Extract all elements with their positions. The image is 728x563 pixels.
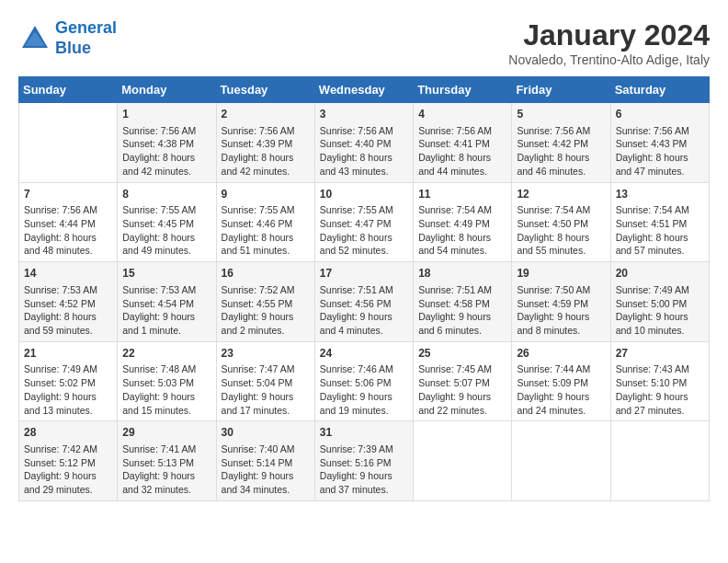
day-number: 9	[222, 187, 310, 202]
calendar-cell: 6Sunrise: 7:56 AMSunset: 4:43 PMDaylight…	[610, 103, 709, 183]
day-number: 13	[616, 187, 704, 202]
day-number: 11	[418, 187, 506, 202]
header-wednesday: Wednesday	[314, 77, 413, 103]
calendar-cell: 23Sunrise: 7:47 AMSunset: 5:04 PMDayligh…	[216, 341, 314, 421]
sunset: Sunset: 5:10 PM	[616, 377, 688, 388]
sunset: Sunset: 4:47 PM	[320, 218, 392, 229]
logo-blue: Blue	[55, 39, 91, 57]
sunrise: Sunrise: 7:50 AM	[517, 284, 590, 295]
sunrise: Sunrise: 7:41 AM	[122, 443, 196, 454]
calendar-cell	[414, 421, 512, 501]
sunrise: Sunrise: 7:44 AM	[517, 363, 590, 374]
sunrise: Sunrise: 7:47 AM	[222, 363, 295, 374]
sunrise: Sunrise: 7:55 AM	[320, 204, 393, 215]
calendar-week-row: 28Sunrise: 7:42 AMSunset: 5:12 PMDayligh…	[19, 421, 710, 501]
daylight: Daylight: 9 hours and 15 minutes.	[122, 391, 195, 416]
day-number: 28	[24, 425, 112, 441]
sunset: Sunset: 5:03 PM	[122, 377, 194, 388]
sunrise: Sunrise: 7:40 AM	[222, 443, 295, 454]
day-number: 18	[418, 266, 506, 282]
sunrise: Sunrise: 7:42 AM	[24, 443, 97, 454]
daylight: Daylight: 8 hours and 54 minutes.	[418, 232, 491, 257]
sunset: Sunset: 4:41 PM	[418, 138, 490, 149]
day-number: 14	[24, 266, 112, 282]
header-saturday: Saturday	[610, 77, 709, 103]
sunrise: Sunrise: 7:39 AM	[320, 443, 393, 454]
daylight: Daylight: 9 hours and 17 minutes.	[222, 391, 294, 416]
daylight: Daylight: 9 hours and 29 minutes.	[24, 470, 97, 495]
day-number: 15	[122, 266, 210, 282]
calendar-header: Sunday Monday Tuesday Wednesday Thursday…	[19, 77, 710, 103]
daylight: Daylight: 9 hours and 1 minute.	[122, 311, 195, 336]
day-number: 29	[122, 425, 210, 441]
calendar-week-row: 21Sunrise: 7:49 AMSunset: 5:02 PMDayligh…	[19, 341, 710, 421]
sunset: Sunset: 4:45 PM	[122, 218, 194, 229]
calendar-cell: 2Sunrise: 7:56 AMSunset: 4:39 PMDaylight…	[216, 103, 314, 183]
calendar-cell: 30Sunrise: 7:40 AMSunset: 5:14 PMDayligh…	[216, 421, 314, 501]
daylight: Daylight: 9 hours and 34 minutes.	[222, 470, 294, 495]
sunset: Sunset: 5:14 PM	[222, 457, 293, 468]
day-number: 10	[320, 187, 408, 202]
daylight: Daylight: 9 hours and 6 minutes.	[418, 311, 491, 336]
calendar-cell: 21Sunrise: 7:49 AMSunset: 5:02 PMDayligh…	[19, 341, 118, 421]
daylight: Daylight: 8 hours and 43 minutes.	[320, 152, 392, 177]
sunset: Sunset: 5:04 PM	[222, 377, 293, 388]
day-number: 8	[122, 187, 210, 202]
calendar-cell: 4Sunrise: 7:56 AMSunset: 4:41 PMDaylight…	[414, 103, 512, 183]
calendar-cell: 31Sunrise: 7:39 AMSunset: 5:16 PMDayligh…	[314, 421, 413, 501]
day-number: 21	[24, 346, 112, 362]
daylight: Daylight: 8 hours and 42 minutes.	[122, 152, 195, 177]
calendar-cell: 24Sunrise: 7:46 AMSunset: 5:06 PMDayligh…	[314, 341, 413, 421]
calendar-week-row: 7Sunrise: 7:56 AMSunset: 4:44 PMDaylight…	[19, 182, 710, 262]
calendar-cell: 11Sunrise: 7:54 AMSunset: 4:49 PMDayligh…	[414, 182, 512, 262]
daylight: Daylight: 8 hours and 55 minutes.	[517, 232, 589, 257]
sunrise: Sunrise: 7:53 AM	[122, 284, 196, 295]
day-number: 3	[320, 107, 408, 122]
sunset: Sunset: 4:38 PM	[122, 138, 194, 149]
calendar-cell: 1Sunrise: 7:56 AMSunset: 4:38 PMDaylight…	[118, 103, 216, 183]
sunset: Sunset: 5:07 PM	[418, 377, 490, 388]
sunrise: Sunrise: 7:43 AM	[616, 363, 689, 374]
sunrise: Sunrise: 7:52 AM	[222, 284, 295, 295]
day-number: 17	[320, 266, 408, 282]
calendar-cell: 5Sunrise: 7:56 AMSunset: 4:42 PMDaylight…	[512, 103, 610, 183]
sunset: Sunset: 4:46 PM	[222, 218, 293, 229]
sunset: Sunset: 4:42 PM	[517, 138, 588, 149]
daylight: Daylight: 9 hours and 32 minutes.	[122, 470, 195, 495]
calendar-cell: 18Sunrise: 7:51 AMSunset: 4:58 PMDayligh…	[414, 262, 512, 342]
logo-general: General	[55, 18, 117, 37]
sunset: Sunset: 5:02 PM	[24, 377, 96, 388]
day-number: 31	[320, 425, 408, 441]
sunset: Sunset: 4:59 PM	[517, 298, 588, 309]
daylight: Daylight: 9 hours and 4 minutes.	[320, 311, 392, 336]
title-block: January 2024 Novaledo, Trentino-Alto Adi…	[508, 18, 710, 67]
daylight: Daylight: 9 hours and 19 minutes.	[320, 391, 392, 416]
calendar-table: Sunday Monday Tuesday Wednesday Thursday…	[18, 76, 710, 501]
sunrise: Sunrise: 7:54 AM	[616, 204, 689, 215]
sunset: Sunset: 4:56 PM	[320, 298, 392, 309]
calendar-cell: 12Sunrise: 7:54 AMSunset: 4:50 PMDayligh…	[512, 182, 610, 262]
calendar-cell: 20Sunrise: 7:49 AMSunset: 5:00 PMDayligh…	[610, 262, 709, 342]
day-number: 20	[616, 266, 704, 282]
day-number: 1	[122, 107, 210, 122]
day-number: 30	[222, 425, 310, 441]
header-sunday: Sunday	[19, 77, 118, 103]
sunrise: Sunrise: 7:45 AM	[418, 363, 492, 374]
day-number: 26	[517, 346, 605, 362]
sunset: Sunset: 4:44 PM	[24, 218, 96, 229]
calendar-cell: 29Sunrise: 7:41 AMSunset: 5:13 PMDayligh…	[118, 421, 216, 501]
day-number: 23	[222, 346, 310, 362]
day-number: 27	[616, 346, 704, 362]
daylight: Daylight: 8 hours and 57 minutes.	[616, 232, 688, 257]
day-number: 22	[122, 346, 210, 362]
daylight: Daylight: 9 hours and 2 minutes.	[222, 311, 294, 336]
calendar-cell: 19Sunrise: 7:50 AMSunset: 4:59 PMDayligh…	[512, 262, 610, 342]
daylight: Daylight: 8 hours and 49 minutes.	[122, 232, 195, 257]
calendar-cell: 14Sunrise: 7:53 AMSunset: 4:52 PMDayligh…	[19, 262, 118, 342]
calendar-cell: 27Sunrise: 7:43 AMSunset: 5:10 PMDayligh…	[610, 341, 709, 421]
day-number: 7	[24, 187, 112, 202]
location-subtitle: Novaledo, Trentino-Alto Adige, Italy	[508, 52, 710, 67]
daylight: Daylight: 8 hours and 52 minutes.	[320, 232, 392, 257]
sunset: Sunset: 5:00 PM	[616, 298, 688, 309]
sunrise: Sunrise: 7:51 AM	[320, 284, 393, 295]
